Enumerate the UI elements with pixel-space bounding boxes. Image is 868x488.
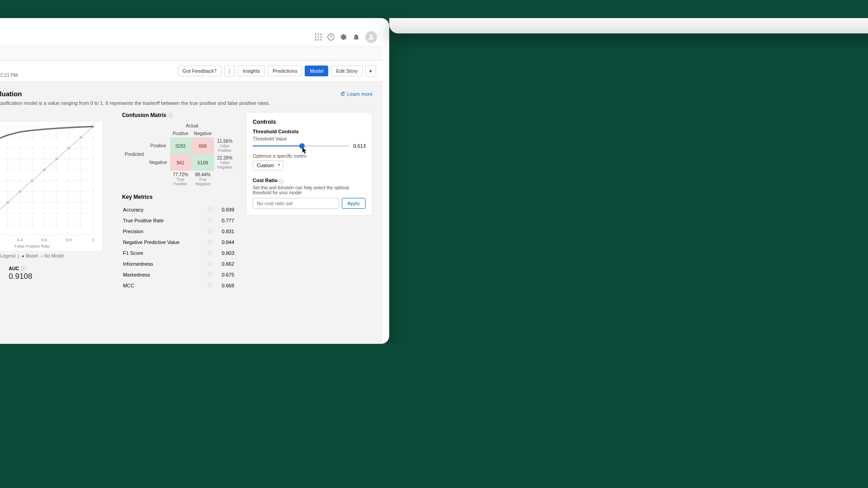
cost-ratio-label: Cost Ratio xyxy=(253,178,278,183)
auc-info-icon[interactable]: i xyxy=(21,266,26,271)
auc-value: 0.9108 xyxy=(9,272,32,281)
svg-point-8 xyxy=(321,39,322,40)
svg-point-5 xyxy=(321,36,322,38)
threshold-slider-value: 0.513 xyxy=(354,143,366,149)
svg-text:1: 1 xyxy=(92,238,94,242)
optimize-metric-select[interactable]: Custom xyxy=(253,160,283,170)
app-launcher-icon[interactable] xyxy=(315,33,322,41)
svg-point-50 xyxy=(80,136,82,139)
key-metrics-table: Accuracyⓘ0.839True Positive Rateⓘ0.777Pr… xyxy=(122,204,235,291)
global-header: ? xyxy=(0,27,382,47)
svg-point-2 xyxy=(321,33,322,35)
svg-point-48 xyxy=(55,158,58,160)
learn-more-link[interactable]: Learn more xyxy=(340,91,373,97)
insights-button[interactable]: Insights xyxy=(238,66,265,76)
svg-text:0.4: 0.4 xyxy=(17,238,23,242)
key-metric-row: Negative Predictive Valueⓘ0.844 xyxy=(123,237,234,247)
svg-point-44 xyxy=(6,201,9,204)
cm-fn: 668 xyxy=(191,137,214,154)
key-metric-row: F1 Scoreⓘ0.803 xyxy=(123,248,234,258)
svg-point-3 xyxy=(315,36,316,38)
roc-chart: 00.10.20.30.40.50.60.70.80.91 00.20.40.6… xyxy=(0,122,102,251)
settings-gear-icon[interactable] xyxy=(340,33,347,41)
key-metric-row: True Positive Rateⓘ0.777 xyxy=(123,216,234,225)
svg-text:?: ? xyxy=(330,34,332,39)
threshold-value-label: Threshold Value xyxy=(253,136,366,141)
cost-ratio-info-icon[interactable]: i xyxy=(279,178,284,183)
cm-info-icon[interactable]: i xyxy=(168,113,173,118)
key-metric-row: Informednessⓘ0.662 xyxy=(123,259,234,269)
story-menu-button[interactable]: ▾ xyxy=(365,66,376,77)
page-title: Delivery Performance xyxy=(0,64,18,71)
notifications-bell-icon[interactable] xyxy=(353,33,360,41)
edit-story-button[interactable]: Edit Story xyxy=(331,66,363,76)
user-avatar[interactable] xyxy=(365,31,377,43)
controls-heading: Controls xyxy=(253,119,366,125)
roc-legend: Legend | ● Model ● No Model xyxy=(0,253,111,258)
got-feedback-button[interactable]: Got Feedback? xyxy=(178,66,222,76)
key-metrics-title: Key Metrics xyxy=(122,194,235,200)
cost-ratio-input[interactable] xyxy=(253,198,339,209)
key-metric-row: Precisionⓘ0.831 xyxy=(123,226,234,236)
svg-point-7 xyxy=(318,39,319,40)
cost-ratio-description: Set this and Einstein can help select th… xyxy=(253,185,366,195)
svg-point-47 xyxy=(43,169,46,171)
cm-tn: 5109 xyxy=(191,154,214,171)
confusion-title: Confusion Matrix xyxy=(122,112,166,118)
key-metric-row: Accuracyⓘ0.839 xyxy=(123,205,234,215)
svg-text:0.8: 0.8 xyxy=(66,238,72,242)
svg-point-1 xyxy=(318,33,319,35)
controls-panel: Controls Threshold Controls Threshold Va… xyxy=(246,112,373,216)
main-content: Threshold Evaluation Learn more The thre… xyxy=(0,82,382,344)
svg-text:0.6: 0.6 xyxy=(42,238,47,242)
svg-text:False Positive Rate: False Positive Rate xyxy=(14,244,50,249)
cm-fp: 941 xyxy=(170,154,191,171)
page-meta: Maximize Delivered on time (OnTime) · La… xyxy=(0,72,18,78)
threshold-controls-heading: Threshold Controls xyxy=(253,129,366,134)
key-metric-row: MCCⓘ0.668 xyxy=(123,281,234,291)
workspace-tabs: Tableau CRM Analytics Studio Delivery Pe… xyxy=(0,47,382,61)
predictions-button[interactable]: Predictions xyxy=(268,66,302,76)
pause-button[interactable]: ∥ xyxy=(224,66,235,77)
svg-point-0 xyxy=(315,33,316,35)
auc-label: AUC xyxy=(9,266,19,271)
model-button[interactable]: Model xyxy=(305,66,328,76)
section-title: Threshold Evaluation xyxy=(0,90,22,98)
help-icon[interactable]: ? xyxy=(327,33,335,41)
svg-point-46 xyxy=(31,179,33,182)
threshold-slider[interactable] xyxy=(253,145,349,146)
confusion-matrix: Actual PositiveNegative Predicted Positi… xyxy=(122,122,235,188)
external-link-icon xyxy=(340,91,345,96)
subheader: Delivery Performance Maximize Delivered … xyxy=(0,61,382,82)
optimize-label: Optimize a specific metric xyxy=(253,153,366,159)
svg-point-49 xyxy=(67,147,70,150)
svg-point-45 xyxy=(19,190,21,193)
apply-button[interactable]: Apply xyxy=(342,198,366,209)
key-metric-row: Markednessⓘ0.675 xyxy=(123,270,234,280)
svg-point-4 xyxy=(318,36,319,38)
section-description: The threshold in a classification model … xyxy=(0,100,373,106)
svg-point-6 xyxy=(315,39,316,40)
cm-tp: 3282 xyxy=(170,137,191,154)
